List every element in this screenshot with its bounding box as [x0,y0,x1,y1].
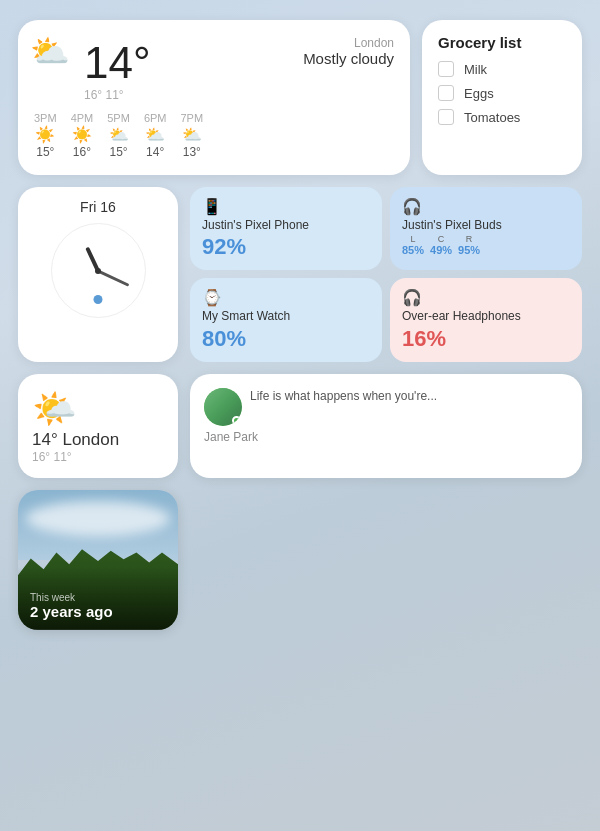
forecast-item-0: 3PM ☀️ 15° [34,112,57,159]
photo-text: This week 2 years ago [30,592,113,620]
device-phone[interactable]: 📱 Justin's Pixel Phone 92% [190,187,382,270]
weather-sun-icon: ⛅ [30,32,70,70]
watch-pct: 80% [202,326,370,352]
weather-mini-sun-icon: 🌤️ [32,388,164,430]
bud-level-C: C 49% [430,234,452,256]
bud-level-C-label: C [438,234,445,244]
clock-minute-hand [97,269,129,286]
weather-mini-temp: 14° London [32,430,164,450]
device-watch[interactable]: ⌚ My Smart Watch 80% [190,278,382,361]
photo-week-label: This week [30,592,113,603]
clock-date: Fri 16 [80,199,116,215]
devices-grid: 📱 Justin's Pixel Phone 92% 🎧 Justin's Pi… [190,187,582,362]
forecast-temp-3: 14° [146,145,164,159]
bud-level-L-val: 85% [402,244,424,256]
forecast-item-3: 6PM ⛅ 14° [144,112,167,159]
grocery-item-0[interactable]: Milk [438,61,566,77]
headphones-icon: 🎧 [402,288,570,307]
headphones-name: Over-ear Headphones [402,309,570,323]
forecast-temp-0: 15° [36,145,54,159]
forecast-icon-1: ☀️ [72,125,92,144]
phone-pct: 92% [202,234,370,260]
bud-level-R: R 95% [458,234,480,256]
social-widget: Life is what happens when you're... Jane… [190,374,582,478]
device-buds[interactable]: 🎧 Justin's Pixel Buds L 85% C 49% R 95% [390,187,582,270]
buds-icon: 🎧 [402,197,570,216]
weather-forecast: 3PM ☀️ 15° 4PM ☀️ 16° 5PM ⛅ 15° 6PM ⛅ [34,112,394,159]
photo-ago-label: 2 years ago [30,603,113,620]
weather-mini-widget: 🌤️ 14° London 16° 11° [18,374,178,478]
forecast-time-1: 4PM [71,112,94,124]
forecast-icon-3: ⛅ [145,125,165,144]
grocery-title: Grocery list [438,34,566,51]
grocery-checkbox-0[interactable] [438,61,454,77]
weather-widget: ⛅ 14° 16° 11° London Mostly cloudy 3PM ☀… [18,20,410,175]
forecast-time-2: 5PM [107,112,130,124]
device-headphones[interactable]: 🎧 Over-ear Headphones 16% [390,278,582,361]
forecast-time-0: 3PM [34,112,57,124]
weather-range: 16° 11° [84,88,151,102]
photo-clouds [26,501,170,536]
grocery-checkbox-2[interactable] [438,109,454,125]
clock-blue-dot [94,295,103,304]
watch-name: My Smart Watch [202,309,370,323]
forecast-item-1: 4PM ☀️ 16° [71,112,94,159]
grocery-label-0: Milk [464,62,487,77]
buds-levels: L 85% C 49% R 95% [402,234,570,256]
photo-widget[interactable]: This week 2 years ago [18,490,178,630]
headphones-pct: 16% [402,326,570,352]
clock-face [51,223,146,318]
forecast-item-2: 5PM ⛅ 15° [107,112,130,159]
forecast-temp-2: 15° [109,145,127,159]
avatar [204,388,242,426]
social-name: Jane Park [204,430,568,444]
forecast-temp-4: 13° [183,145,201,159]
clock-widget: Fri 16 [18,187,178,362]
grocery-item-2[interactable]: Tomatoes [438,109,566,125]
grocery-item-1[interactable]: Eggs [438,85,566,101]
clock-center-dot [95,268,101,274]
forecast-icon-4: ⛅ [182,125,202,144]
bud-level-C-val: 49% [430,244,452,256]
bud-level-L: L 85% [402,234,424,256]
forecast-time-4: 7PM [181,112,204,124]
phone-name: Justin's Pixel Phone [202,218,370,232]
buds-name: Justin's Pixel Buds [402,218,570,232]
grocery-label-2: Tomatoes [464,110,520,125]
weather-mini-range: 16° 11° [32,450,164,464]
bud-level-R-label: R [466,234,473,244]
bud-level-R-val: 95% [458,244,480,256]
grocery-widget: Grocery list Milk Eggs Tomatoes [422,20,582,175]
forecast-icon-2: ⛅ [109,125,129,144]
online-indicator [232,416,241,425]
forecast-time-3: 6PM [144,112,167,124]
forecast-icon-0: ☀️ [35,125,55,144]
watch-icon: ⌚ [202,288,370,307]
social-post-text: Life is what happens when you're... [250,388,437,405]
weather-city: London [303,36,394,50]
weather-temp: 14° [84,38,151,88]
grocery-checkbox-1[interactable] [438,85,454,101]
forecast-item-4: 7PM ⛅ 13° [181,112,204,159]
bud-level-L-label: L [411,234,416,244]
weather-condition: Mostly cloudy [303,50,394,67]
grocery-label-1: Eggs [464,86,494,101]
forecast-temp-1: 16° [73,145,91,159]
phone-icon: 📱 [202,197,370,216]
